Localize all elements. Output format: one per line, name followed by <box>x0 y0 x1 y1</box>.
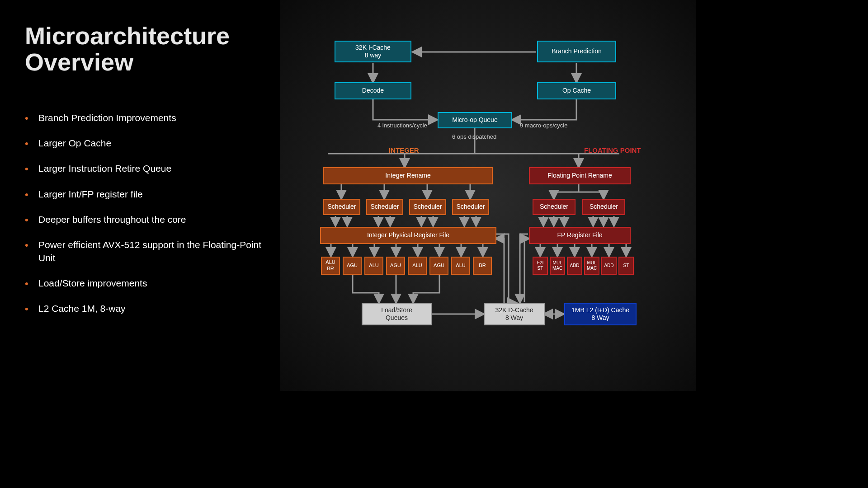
int-scheduler-box: Scheduler <box>409 199 446 215</box>
l2-cache-box: 1MB L2 (I+D) Cache 8 Way <box>564 303 637 325</box>
int-scheduler-box: Scheduler <box>323 199 360 215</box>
int-unit-box: AGU <box>343 257 362 275</box>
bullet-item: Larger Instruction Retire Queue <box>25 162 262 175</box>
bullet-item: Branch Prediction Improvements <box>25 112 262 124</box>
bullet-item: L2 Cache 1M, 8-way <box>25 302 262 315</box>
integer-rename-box: Integer Rename <box>323 167 493 184</box>
int-unit-box: ALU <box>364 257 383 275</box>
fp-scheduler-box: Scheduler <box>533 199 576 215</box>
label-6-ops: 6 ops dispatched <box>452 133 496 140</box>
label-9-macro-ops: 9 macro-ops/cycle <box>520 122 567 129</box>
bullet-item: Larger Op Cache <box>25 137 262 150</box>
int-unit-box: ALU <box>408 257 427 275</box>
fp-unit-box: ADD <box>601 257 617 275</box>
fp-unit-box: ADD <box>567 257 582 275</box>
int-unit-box: ALU <box>451 257 470 275</box>
slide-title: Microarchitecture Overview <box>25 23 262 75</box>
fp-unit-box: MUL MAC <box>550 257 565 275</box>
bullet-item: Larger Int/FP register file <box>25 188 262 201</box>
d-cache-box: 32K D-Cache 8 Way <box>484 303 545 325</box>
label-4-instructions: 4 instructions/cycle <box>377 122 427 129</box>
diagram-panel: 32K I-Cache 8 way Branch Prediction Deco… <box>280 0 696 391</box>
integer-section-label: INTEGER <box>389 146 419 154</box>
bullet-item: Deeper buffers throughout the core <box>25 213 262 226</box>
icache-box: 32K I-Cache 8 way <box>335 41 411 62</box>
left-panel: Microarchitecture Overview Branch Predic… <box>0 0 280 391</box>
fp-scheduler-box: Scheduler <box>582 199 625 215</box>
micro-op-queue-box: Micro-op Queue <box>438 112 512 128</box>
fp-prf-box: FP Register File <box>529 227 631 244</box>
branch-prediction-box: Branch Prediction <box>537 41 616 62</box>
bullet-item: Power efficient AVX-512 support in the F… <box>25 239 262 264</box>
bullet-item: Load/Store improvements <box>25 277 262 290</box>
fp-rename-box: Floating Point Rename <box>529 167 631 184</box>
load-store-queues-box: Load/Store Queues <box>362 303 432 325</box>
int-unit-box: BR <box>473 257 492 275</box>
fp-section-label: FLOATING POINT <box>584 146 641 154</box>
int-scheduler-box: Scheduler <box>366 199 403 215</box>
integer-prf-box: Integer Physical Register File <box>320 227 496 244</box>
int-scheduler-box: Scheduler <box>452 199 489 215</box>
int-unit-box: AGU <box>386 257 405 275</box>
fp-unit-box: ST <box>618 257 634 275</box>
int-unit-box: AGU <box>429 257 448 275</box>
decode-box: Decode <box>335 82 411 99</box>
op-cache-box: Op Cache <box>537 82 616 99</box>
int-unit-box: ALU BR <box>321 257 340 275</box>
bullet-list: Branch Prediction Improvements Larger Op… <box>25 112 262 315</box>
fp-unit-box: F2I ST <box>533 257 548 275</box>
fp-unit-box: MUL MAC <box>584 257 599 275</box>
